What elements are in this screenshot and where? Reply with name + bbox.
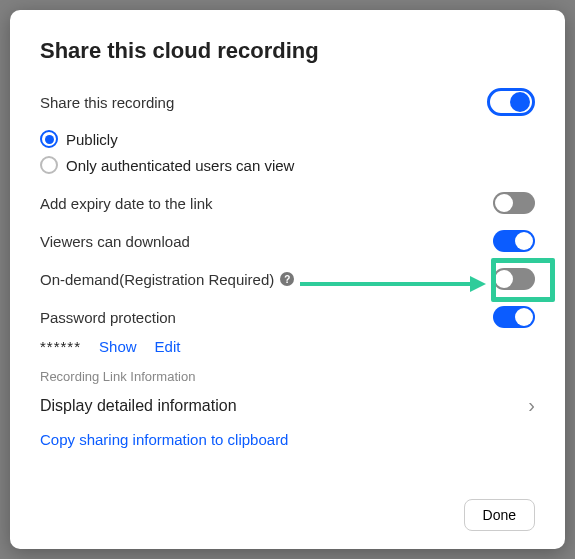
radio-authenticated[interactable]: Only authenticated users can view <box>40 152 535 178</box>
ondemand-label: On-demand(Registration Required) ? <box>40 271 294 288</box>
copy-sharing-info-button[interactable]: Copy sharing information to clipboard <box>40 425 535 458</box>
ondemand-row: On-demand(Registration Required) ? <box>40 260 535 298</box>
expiry-label: Add expiry date to the link <box>40 195 213 212</box>
password-mask: ****** <box>40 338 81 355</box>
share-recording-toggle[interactable] <box>487 88 535 116</box>
password-controls: ****** Show Edit <box>40 336 535 365</box>
share-recording-row: Share this recording <box>40 80 535 124</box>
radio-publicly-label: Publicly <box>66 131 118 148</box>
help-icon[interactable]: ? <box>280 272 294 286</box>
password-toggle[interactable] <box>493 306 535 328</box>
display-detailed-row[interactable]: Display detailed information › <box>40 386 535 425</box>
dialog-footer: Done <box>40 487 535 531</box>
dialog-title: Share this cloud recording <box>40 38 535 64</box>
chevron-right-icon: › <box>528 394 535 417</box>
link-info-heading: Recording Link Information <box>40 365 535 386</box>
ondemand-toggle[interactable] <box>493 268 535 290</box>
radio-icon-unchecked <box>40 156 58 174</box>
download-row: Viewers can download <box>40 222 535 260</box>
radio-icon-checked <box>40 130 58 148</box>
share-recording-dialog: Share this cloud recording Share this re… <box>10 10 565 549</box>
expiry-toggle[interactable] <box>493 192 535 214</box>
download-toggle[interactable] <box>493 230 535 252</box>
share-visibility-group: Publicly Only authenticated users can vi… <box>40 126 535 178</box>
expiry-row: Add expiry date to the link <box>40 184 535 222</box>
display-detailed-label: Display detailed information <box>40 397 237 415</box>
done-button[interactable]: Done <box>464 499 535 531</box>
share-recording-label: Share this recording <box>40 94 174 111</box>
radio-authenticated-label: Only authenticated users can view <box>66 157 294 174</box>
radio-publicly[interactable]: Publicly <box>40 126 535 152</box>
show-password-button[interactable]: Show <box>99 338 137 355</box>
password-row: Password protection <box>40 298 535 336</box>
password-label: Password protection <box>40 309 176 326</box>
edit-password-button[interactable]: Edit <box>155 338 181 355</box>
ondemand-text: On-demand(Registration Required) <box>40 271 274 288</box>
download-label: Viewers can download <box>40 233 190 250</box>
